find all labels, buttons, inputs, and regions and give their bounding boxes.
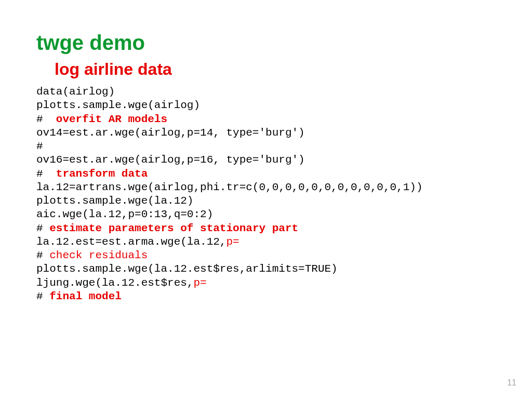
code-line: # (36, 168, 56, 180)
code-block: data(airlog) plotts.sample.wge(airlog) #… (36, 85, 496, 303)
code-line: # (36, 222, 49, 234)
code-line: # (36, 249, 49, 261)
code-comment: final model (49, 290, 122, 302)
code-line: aic.wge(la.12,p=0:13,q=0:2) (36, 208, 213, 220)
code-comment: overfit AR models (56, 113, 167, 125)
code-line: plotts.sample.wge(airlog) (36, 99, 200, 111)
page-number: 11 (507, 378, 516, 388)
code-line: ov14=est.ar.wge(airlog,p=14, type='burg'… (36, 127, 305, 139)
code-line: la.12.est=est.arma.wge(la.12, (36, 236, 226, 248)
code-line: ljung.wge(la.12.est$res, (36, 277, 193, 289)
code-comment: transform data (56, 168, 148, 180)
code-line: plotts.sample.wge(la.12) (36, 195, 193, 207)
slide: twge demo log airline data data(airlog) … (0, 0, 532, 399)
code-line: data(airlog) (36, 86, 115, 98)
code-param: p= (226, 236, 239, 248)
code-comment: estimate parameters of stationary part (49, 222, 298, 234)
slide-subtitle: log airline data (55, 60, 496, 79)
code-comment: check residuals (49, 249, 148, 261)
code-line: plotts.sample.wge(la.12.est$res,arlimits… (36, 263, 338, 275)
code-line: # (36, 140, 43, 152)
code-param: p= (193, 277, 206, 289)
code-line: # (36, 113, 56, 125)
code-line: la.12=artrans.wge(airlog,phi.tr=c(0,0,0,… (36, 181, 423, 193)
code-line: # (36, 290, 49, 302)
code-line: ov16=est.ar.wge(airlog,p=16, type='burg'… (36, 154, 305, 166)
slide-title: twge demo (36, 31, 496, 55)
